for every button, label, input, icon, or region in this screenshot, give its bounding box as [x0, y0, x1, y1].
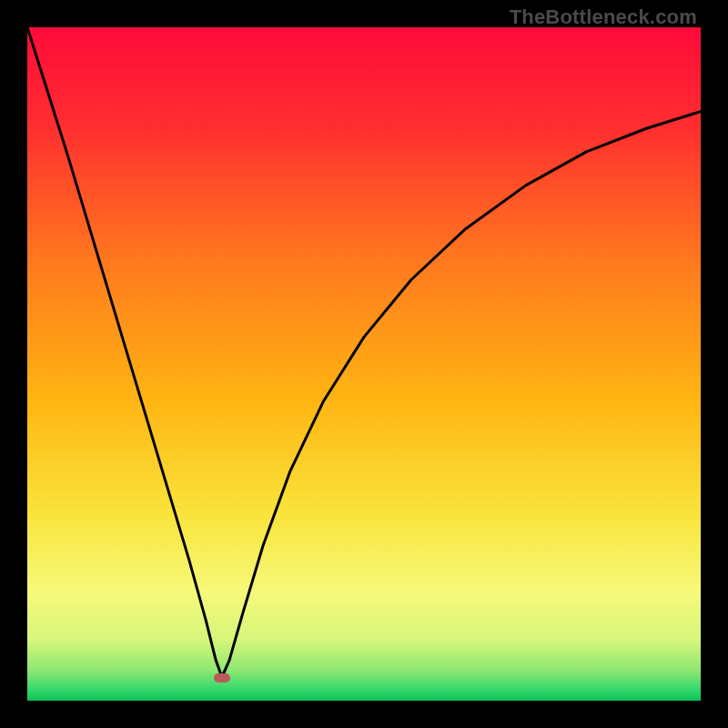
watermark-text: TheBottleneck.com — [510, 5, 697, 29]
chart-frame: TheBottleneck.com — [0, 0, 728, 728]
bottleneck-curve — [27, 27, 701, 701]
plot-area — [27, 27, 701, 701]
optimal-point-marker — [214, 673, 230, 682]
